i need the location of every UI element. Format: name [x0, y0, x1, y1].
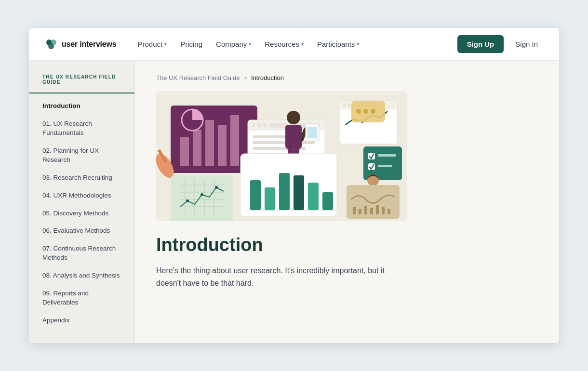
signup-button[interactable]: Sign Up	[457, 35, 504, 53]
svg-point-2	[48, 43, 54, 49]
svg-rect-78	[370, 208, 373, 214]
svg-point-40	[363, 109, 368, 114]
page-intro: Here's the thing about user research. It…	[156, 265, 388, 289]
svg-rect-8	[218, 125, 227, 166]
nav-item-participants[interactable]: Participants ▾	[311, 36, 365, 52]
signin-button[interactable]: Sign In	[509, 35, 544, 53]
chevron-down-icon: ▾	[301, 41, 304, 47]
svg-rect-79	[376, 205, 379, 214]
content-area: The UX Research Field Guide > Introducti…	[135, 61, 559, 343]
svg-point-37	[347, 104, 350, 106]
svg-rect-6	[193, 130, 201, 166]
sidebar-item-6[interactable]: 06. Evaluative Methods	[29, 222, 134, 240]
svg-point-18	[263, 123, 267, 127]
logo[interactable]: user interviews	[44, 38, 117, 51]
breadcrumb-current: Introduction	[251, 74, 284, 81]
nav-item-company[interactable]: Company ▾	[210, 36, 257, 52]
page-title: Introduction	[156, 235, 538, 256]
nav-actions: Sign Up Sign In	[457, 35, 544, 53]
svg-rect-21	[253, 141, 315, 144]
nav-links: Product ▾ Pricing Company ▾ Resources ▾ …	[132, 36, 457, 52]
svg-rect-7	[205, 120, 214, 166]
svg-point-36	[343, 104, 346, 106]
svg-point-71	[186, 199, 189, 202]
sidebar: THE UX RESEARCH FIELD GUIDE Introduction…	[29, 61, 135, 343]
hero-image	[156, 91, 407, 221]
svg-rect-75	[353, 207, 356, 214]
svg-rect-55	[250, 180, 261, 210]
svg-point-17	[257, 123, 261, 127]
svg-rect-58	[294, 175, 304, 210]
logo-icon	[44, 38, 58, 51]
svg-rect-80	[382, 207, 385, 214]
svg-point-16	[252, 123, 255, 127]
chevron-down-icon: ▾	[164, 41, 167, 47]
svg-point-73	[215, 186, 218, 189]
sidebar-item-1[interactable]: 01. UX Research Fundamentals	[29, 115, 134, 142]
sidebar-item-appendix[interactable]: Appendix	[29, 312, 134, 330]
svg-rect-81	[388, 209, 390, 214]
sidebar-item-2[interactable]: 02. Planning for UX Research	[29, 142, 134, 169]
svg-rect-59	[308, 183, 319, 210]
breadcrumb-separator: >	[243, 74, 247, 81]
svg-rect-77	[364, 206, 367, 214]
logo-text: user interviews	[62, 40, 117, 49]
svg-rect-60	[322, 192, 333, 210]
svg-rect-5	[180, 137, 189, 166]
navbar: user interviews Product ▾ Pricing Compan…	[29, 28, 559, 61]
svg-rect-43	[363, 146, 402, 180]
nav-item-pricing[interactable]: Pricing	[174, 36, 208, 52]
svg-rect-47	[378, 165, 392, 167]
svg-rect-76	[359, 209, 361, 214]
breadcrumb: The UX Research Field Guide > Introducti…	[156, 74, 538, 81]
sidebar-item-4[interactable]: 04. UXR Methodologies	[29, 187, 134, 205]
nav-item-product[interactable]: Product ▾	[132, 36, 173, 52]
nav-item-resources[interactable]: Resources ▾	[259, 36, 309, 52]
chevron-down-icon: ▾	[249, 41, 251, 47]
svg-point-41	[371, 109, 375, 114]
browser-window: user interviews Product ▾ Pricing Compan…	[29, 28, 559, 343]
svg-rect-25	[285, 125, 302, 149]
breadcrumb-parent[interactable]: The UX Research Field Guide	[156, 74, 240, 81]
sidebar-item-5[interactable]: 05. Discovery Methods	[29, 205, 134, 223]
svg-rect-32	[307, 127, 317, 138]
svg-rect-9	[230, 115, 239, 166]
svg-rect-45	[378, 154, 396, 157]
sidebar-item-8[interactable]: 08. Analysis and Synthesis	[29, 267, 134, 285]
chevron-down-icon: ▾	[357, 41, 359, 47]
svg-point-72	[200, 193, 203, 196]
svg-point-39	[356, 109, 361, 114]
hero-illustration	[156, 91, 407, 221]
svg-rect-56	[265, 187, 275, 210]
sidebar-item-3[interactable]: 03. Research Recruiting	[29, 169, 134, 187]
main-content: THE UX RESEARCH FIELD GUIDE Introduction…	[29, 61, 559, 343]
sidebar-section-title: THE UX RESEARCH FIELD GUIDE	[29, 74, 134, 93]
svg-rect-57	[279, 173, 290, 210]
sidebar-item-7[interactable]: 07. Continuous Research Methods	[29, 240, 134, 267]
svg-point-24	[287, 111, 300, 124]
svg-rect-62	[171, 175, 233, 221]
sidebar-item-introduction[interactable]: Introduction	[29, 97, 134, 115]
sidebar-item-9[interactable]: 09. Reports and Deliverables	[29, 285, 134, 312]
